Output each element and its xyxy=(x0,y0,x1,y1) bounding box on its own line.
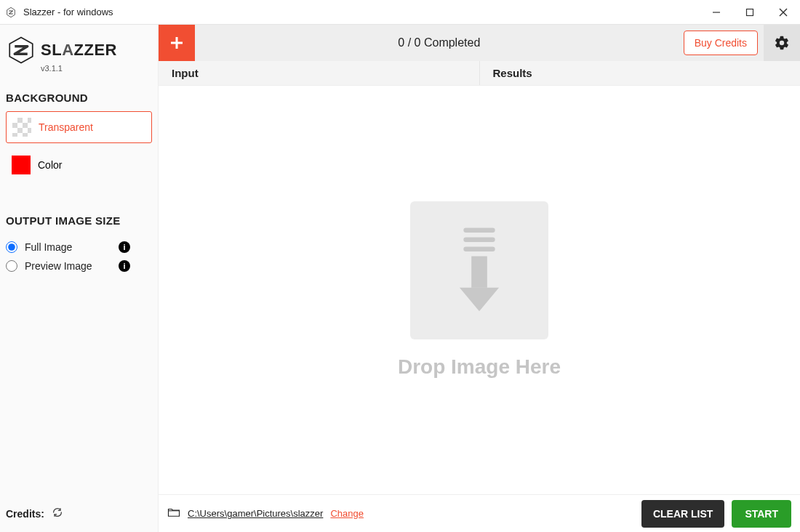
column-headers: Input Results xyxy=(159,61,800,86)
svg-rect-9 xyxy=(471,257,487,288)
radio-preview-image[interactable]: Preview Image i xyxy=(6,260,152,272)
credits-label: Credits: xyxy=(6,508,44,520)
app-icon xyxy=(4,6,17,19)
transparent-swatch-icon xyxy=(12,118,31,137)
folder-icon xyxy=(167,507,180,520)
progress-text: 0 / 0 Completed xyxy=(195,36,684,49)
logo-icon xyxy=(6,35,36,65)
bg-option-label: Transparent xyxy=(39,121,93,133)
window-controls xyxy=(700,0,800,25)
close-button[interactable] xyxy=(767,0,800,25)
window-title: Slazzer - for windows xyxy=(23,7,113,17)
buy-credits-button[interactable]: Buy Credits xyxy=(684,31,758,55)
titlebar: Slazzer - for windows xyxy=(0,0,800,25)
start-button[interactable]: START xyxy=(732,500,791,528)
drop-icon xyxy=(410,201,548,339)
bg-option-transparent[interactable]: Transparent xyxy=(6,111,152,143)
svg-rect-8 xyxy=(463,247,495,252)
minimize-button[interactable] xyxy=(700,0,733,25)
sidebar: SLAZZER v3.1.1 BACKGROUND Transparent Co… xyxy=(0,25,159,532)
bg-option-label: Color xyxy=(38,159,62,171)
svg-rect-6 xyxy=(463,228,495,233)
output-path[interactable]: C:\Users\gamer\Pictures\slazzer xyxy=(188,508,323,519)
logo-text: SLAZZER xyxy=(41,41,117,60)
refresh-icon[interactable] xyxy=(52,507,63,520)
change-path-link[interactable]: Change xyxy=(330,508,364,519)
column-results-header: Results xyxy=(480,61,801,85)
radio-label: Preview Image xyxy=(25,260,92,272)
footer: C:\Users\gamer\Pictures\slazzer Change C… xyxy=(159,494,800,532)
svg-rect-7 xyxy=(463,238,495,243)
topbar: 0 / 0 Completed Buy Credits xyxy=(159,25,800,61)
background-heading: BACKGROUND xyxy=(6,92,152,104)
radio-full-image[interactable]: Full Image i xyxy=(6,241,152,253)
drop-text: Drop Image Here xyxy=(398,355,561,379)
color-swatch-icon xyxy=(12,156,31,174)
info-icon[interactable]: i xyxy=(119,260,130,272)
info-icon[interactable]: i xyxy=(119,241,130,253)
main: 0 / 0 Completed Buy Credits Input Result… xyxy=(159,25,800,532)
bg-option-color[interactable]: Color xyxy=(6,149,152,181)
version-label: v3.1.1 xyxy=(41,64,152,73)
output-size-heading: OUTPUT IMAGE SIZE xyxy=(6,214,152,227)
radio-preview-image-input[interactable] xyxy=(6,260,17,272)
radio-label: Full Image xyxy=(25,241,72,253)
column-input-header: Input xyxy=(159,61,480,85)
svg-rect-1 xyxy=(747,9,753,15)
credits-row: Credits: xyxy=(6,507,152,526)
radio-full-image-input[interactable] xyxy=(6,241,17,253)
settings-button[interactable] xyxy=(764,25,800,61)
maximize-button[interactable] xyxy=(733,0,767,25)
add-button[interactable] xyxy=(159,25,195,61)
clear-list-button[interactable]: CLEAR LIST xyxy=(641,500,724,528)
drop-zone[interactable]: Drop Image Here xyxy=(159,86,800,494)
